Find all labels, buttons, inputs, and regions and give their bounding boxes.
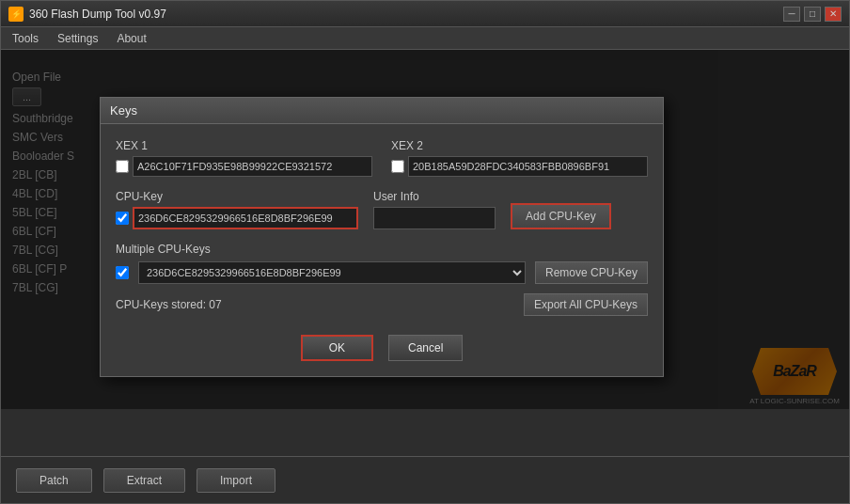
app-icon: ⚡ (8, 7, 24, 22)
multiple-cpu-section: Multiple CPU-Keys 236D6CE8295329966516E8… (116, 243, 648, 316)
menu-about[interactable]: About (109, 30, 153, 47)
stored-row: CPU-Keys stored: 07 Export All CPU-Keys (116, 293, 648, 316)
multiple-cpu-label: Multiple CPU-Keys (116, 243, 648, 256)
cpu-key-row: CPU-Key User Info Add CPU-Key (116, 190, 648, 229)
user-info-label: User Info (373, 190, 496, 203)
export-cpu-button[interactable]: Export All CPU-Keys (524, 293, 648, 316)
window-title: 360 Flash Dump Tool v0.97 (29, 8, 783, 21)
close-button[interactable]: ✕ (825, 7, 842, 22)
cpu-key-group: CPU-Key (116, 190, 358, 229)
user-info-group: User Info (373, 190, 496, 229)
xex2-checkbox[interactable] (391, 160, 404, 173)
add-cpu-btn-wrapper: Add CPU-Key (511, 203, 611, 229)
menu-tools[interactable]: Tools (5, 30, 46, 47)
window-controls: ─ □ ✕ (783, 7, 842, 22)
multi-cpu-select[interactable]: 236D6CE8295329966516E8D8BF296E99 (138, 261, 526, 284)
maximize-button[interactable]: □ (804, 7, 821, 22)
xex2-input-row (391, 156, 648, 177)
cpu-input-row (116, 207, 358, 229)
xex2-group: XEX 2 (391, 139, 648, 177)
patch-button[interactable]: Patch (16, 468, 92, 493)
import-button[interactable]: Import (197, 468, 275, 493)
cpu-key-checkbox[interactable] (116, 212, 129, 225)
minimize-button[interactable]: ─ (783, 7, 800, 22)
ok-button[interactable]: OK (301, 335, 373, 361)
xex1-label: XEX 1 (116, 139, 372, 152)
stored-text: CPU-Keys stored: 07 (116, 298, 222, 311)
content-area: Open File ... Southbridge SMC Vers Boolo… (1, 50, 849, 456)
bottom-bar: Patch Extract Import (1, 456, 849, 503)
menu-settings[interactable]: Settings (50, 30, 105, 47)
xex2-input[interactable] (408, 156, 648, 177)
xex1-input[interactable] (133, 156, 372, 177)
title-bar: ⚡ 360 Flash Dump Tool v0.97 ─ □ ✕ (1, 1, 849, 27)
dialog-buttons: OK Cancel (116, 329, 648, 361)
cpu-key-input[interactable] (133, 207, 358, 229)
xex1-checkbox[interactable] (116, 160, 129, 173)
dialog-title: Keys (101, 98, 663, 124)
xex2-label: XEX 2 (391, 139, 648, 152)
remove-cpu-button[interactable]: Remove CPU-Key (535, 261, 648, 284)
user-info-input[interactable] (373, 207, 496, 229)
xex-row: XEX 1 XEX 2 (116, 139, 648, 177)
add-cpu-button[interactable]: Add CPU-Key (511, 203, 611, 229)
xex1-group: XEX 1 (116, 139, 372, 177)
cancel-button[interactable]: Cancel (388, 335, 463, 361)
cpu-key-label: CPU-Key (116, 190, 358, 203)
keys-dialog: Keys XEX 1 XEX 2 (100, 97, 664, 377)
xex1-input-row (116, 156, 372, 177)
extract-button[interactable]: Extract (103, 468, 185, 493)
multi-cpu-row: 236D6CE8295329966516E8D8BF296E99 Remove … (116, 261, 648, 284)
dialog-body: XEX 1 XEX 2 (101, 124, 663, 376)
main-window: ⚡ 360 Flash Dump Tool v0.97 ─ □ ✕ Tools … (0, 0, 850, 504)
multi-cpu-checkbox[interactable] (116, 266, 129, 279)
menu-bar: Tools Settings About (1, 27, 849, 50)
